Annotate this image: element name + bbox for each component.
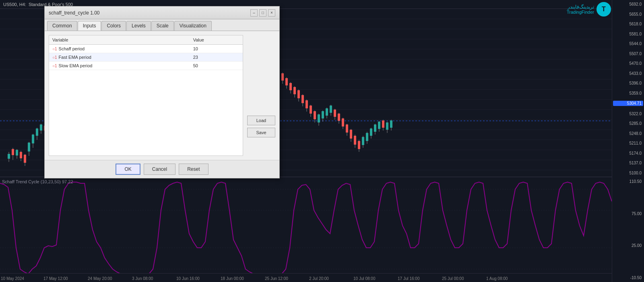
ok-button[interactable]: OK bbox=[116, 164, 140, 175]
dialog-tabs: Common Inputs Colors Levels Scale Visual… bbox=[45, 19, 279, 31]
col-value: Value bbox=[190, 35, 243, 45]
dialog-side-buttons: Load Save bbox=[247, 35, 275, 156]
row2-var: ○1Fast EMA period bbox=[49, 53, 190, 62]
minimize-button[interactable]: – bbox=[250, 9, 258, 17]
row3-var: ○1Slow EMA period bbox=[49, 62, 190, 70]
row3-icon: ○1 bbox=[52, 64, 57, 68]
reset-button[interactable]: Reset bbox=[179, 164, 208, 175]
dialog-footer: OK Cancel Reset bbox=[45, 160, 279, 178]
table-row: ○1Slow EMA period 50 bbox=[49, 62, 243, 70]
tab-scale[interactable]: Scale bbox=[151, 21, 174, 31]
row2-val[interactable]: 23 bbox=[190, 53, 243, 62]
table-row: ○1Schaff period 10 bbox=[49, 45, 243, 53]
dialog: schaff_trend_cycle 1.00 – □ × Common Inp… bbox=[44, 6, 280, 178]
dialog-controls: – □ × bbox=[250, 9, 275, 17]
params-table: Variable Value ○1Schaff period 10 bbox=[49, 35, 243, 70]
dialog-body: Variable Value ○1Schaff period 10 bbox=[45, 31, 279, 160]
save-button[interactable]: Save bbox=[247, 128, 275, 137]
tab-visualization[interactable]: Visualization bbox=[174, 21, 212, 31]
tab-levels[interactable]: Levels bbox=[126, 21, 151, 31]
close-button[interactable]: × bbox=[268, 9, 275, 17]
row1-var: ○1Schaff period bbox=[49, 45, 190, 53]
dialog-titlebar: schaff_trend_cycle 1.00 – □ × bbox=[45, 6, 279, 19]
tab-inputs[interactable]: Inputs bbox=[78, 21, 101, 31]
table-row: ○1Fast EMA period 23 bbox=[49, 53, 243, 62]
restore-button[interactable]: □ bbox=[259, 9, 266, 17]
load-button[interactable]: Load bbox=[247, 116, 275, 125]
cancel-button[interactable]: Cancel bbox=[144, 164, 175, 175]
row3-val[interactable]: 50 bbox=[190, 62, 243, 70]
dialog-title: schaff_trend_cycle 1.00 bbox=[49, 10, 100, 16]
col-variable: Variable bbox=[49, 35, 190, 45]
tab-common[interactable]: Common bbox=[47, 21, 77, 31]
tab-colors[interactable]: Colors bbox=[101, 21, 126, 31]
params-table-container: Variable Value ○1Schaff period 10 bbox=[49, 35, 243, 156]
row1-val[interactable]: 10 bbox=[190, 45, 243, 53]
row2-icon: ○1 bbox=[52, 55, 57, 60]
row1-icon: ○1 bbox=[52, 47, 57, 51]
dialog-overlay: schaff_trend_cycle 1.00 – □ × Common Inp… bbox=[0, 0, 644, 282]
